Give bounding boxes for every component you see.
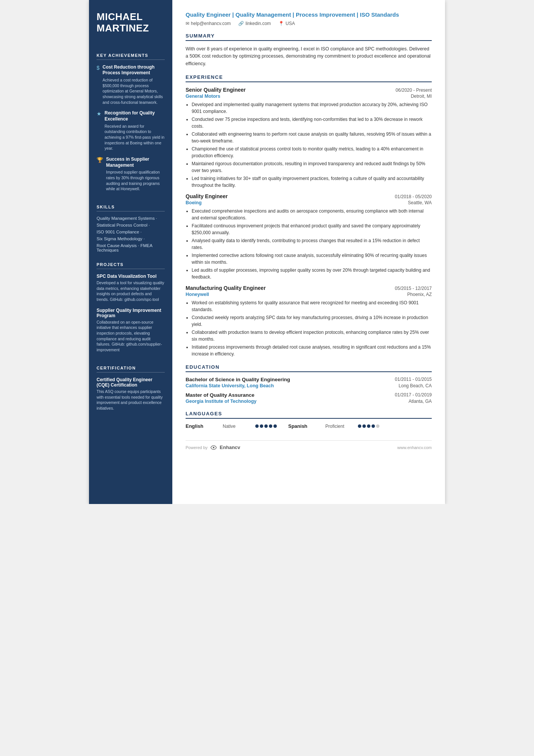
certification: Certified Quality Engineer (CQE) Certifi… bbox=[97, 377, 165, 411]
projects-section-title: PROJECTS bbox=[97, 262, 165, 269]
languages-group: English Native Spanish Proficient bbox=[186, 423, 432, 429]
exp-2-location: Seattle, WA bbox=[408, 200, 432, 205]
summary-text: With over 8 years of experience in quali… bbox=[186, 45, 432, 67]
skill-2: Statistical Process Control · bbox=[97, 223, 165, 227]
lang-spanish-dots bbox=[358, 424, 379, 428]
linkedin-icon: 🔗 bbox=[238, 21, 244, 26]
email-value: help@enhancv.com bbox=[191, 21, 231, 26]
experience-3: Manufacturing Quality Engineer 05/2015 -… bbox=[186, 285, 432, 357]
star-icon: ★ bbox=[97, 111, 101, 151]
experience-1: Senior Quality Engineer 06/2020 - Presen… bbox=[186, 87, 432, 189]
exp-1-bullet-3: Collaborated with engineering teams to p… bbox=[192, 131, 432, 144]
location-contact: 📍 USA bbox=[278, 21, 295, 26]
exp-3-date: 05/2015 - 12/2017 bbox=[395, 286, 432, 291]
exp-2-bullet-5: Led audits of supplier processes, improv… bbox=[192, 267, 432, 280]
exp-2-bullet-4: Implemented corrective actions following… bbox=[192, 252, 432, 266]
enhancv-logo-icon bbox=[210, 445, 217, 450]
exp-2-job-title: Quality Engineer bbox=[186, 193, 228, 199]
lang-spanish-name: Spanish bbox=[288, 423, 322, 429]
email-icon: ✉ bbox=[186, 21, 189, 26]
candidate-name: MICHAELMARTINEZ bbox=[97, 11, 165, 34]
exp-3-bullets: Worked on establishing systems for quali… bbox=[186, 299, 432, 357]
location-icon: 📍 bbox=[278, 21, 284, 26]
resume-container: MICHAELMARTINEZ KEY ACHIEVEMENTS $ Cost … bbox=[89, 0, 445, 504]
achievements-section-title: KEY ACHIEVEMENTS bbox=[97, 53, 165, 60]
exp-1-date: 06/2020 - Present bbox=[396, 88, 432, 93]
lang-spanish-level: Proficient bbox=[325, 424, 352, 429]
dot bbox=[376, 424, 379, 428]
skill-5: Root Cause Analysis · FMEA Techniques bbox=[97, 243, 165, 252]
achievement-3-desc: Improved supplier qualification rates by… bbox=[106, 169, 165, 192]
powered-by-label: Powered by bbox=[186, 445, 208, 450]
education-2: Master of Quality Assurance 01/2017 - 01… bbox=[186, 392, 432, 404]
exp-2-company-line: Boeing Seattle, WA bbox=[186, 200, 432, 205]
exp-3-company: Honeywell bbox=[186, 292, 209, 297]
experience-2: Quality Engineer 01/2018 - 05/2020 Boein… bbox=[186, 193, 432, 280]
exp-3-header: Manufacturing Quality Engineer 05/2015 -… bbox=[186, 285, 432, 291]
edu-2-degree: Master of Quality Assurance bbox=[186, 392, 255, 398]
project-2-desc: Collaborated on an open-source initiativ… bbox=[97, 319, 165, 353]
education-1: Bachelor of Science in Quality Engineeri… bbox=[186, 377, 432, 388]
sidebar: MICHAELMARTINEZ KEY ACHIEVEMENTS $ Cost … bbox=[89, 0, 172, 504]
dollar-icon: $ bbox=[97, 65, 100, 105]
svg-point-0 bbox=[213, 447, 214, 448]
contact-line: ✉ help@enhancv.com 🔗 linkedin.com 📍 USA bbox=[186, 21, 432, 26]
edu-1-date: 01/2011 - 01/2015 bbox=[395, 377, 432, 382]
achievement-1: $ Cost Reduction through Process Improve… bbox=[97, 64, 165, 105]
trophy-icon: 🏆 bbox=[97, 157, 103, 192]
achievement-1-desc: Achieved a cost reduction of $500,000 th… bbox=[103, 77, 165, 105]
email-contact: ✉ help@enhancv.com bbox=[186, 21, 231, 26]
dot bbox=[362, 424, 366, 428]
exp-1-bullet-1: Developed and implemented quality manage… bbox=[192, 101, 432, 115]
project-2: Supplier Quality Improvement Program Col… bbox=[97, 308, 165, 353]
main-content: Quality Engineer | Quality Management | … bbox=[172, 0, 445, 504]
dot bbox=[273, 424, 277, 428]
project-1-desc: Developed a tool for visualizing quality… bbox=[97, 280, 165, 302]
edu-1-location: Long Beach, CA bbox=[399, 383, 432, 388]
dot bbox=[372, 424, 375, 428]
exp-3-location: Phoenix, AZ bbox=[407, 292, 432, 297]
achievement-3: 🏆 Success in Supplier Management Improve… bbox=[97, 157, 165, 192]
achievement-1-title: Cost Reduction through Process Improveme… bbox=[103, 64, 165, 76]
exp-2-bullet-2: Facilitated continuous improvement proje… bbox=[192, 222, 432, 236]
edu-2-location: Atlanta, GA bbox=[409, 399, 432, 404]
edu-2-school-line: Georgia Institute of Technology Atlanta,… bbox=[186, 399, 432, 404]
dot bbox=[260, 424, 263, 428]
footer-website: www.enhancv.com bbox=[397, 445, 432, 450]
skill-4: Six Sigma Methodology · bbox=[97, 236, 165, 241]
edu-1-header: Bachelor of Science in Quality Engineeri… bbox=[186, 377, 432, 382]
lang-english-name: English bbox=[186, 423, 220, 429]
edu-1-school: California State University, Long Beach bbox=[186, 383, 274, 388]
exp-3-bullet-1: Worked on establishing systems for quali… bbox=[192, 299, 432, 313]
main-title: Quality Engineer | Quality Management | … bbox=[186, 11, 432, 18]
exp-1-bullets: Developed and implemented quality manage… bbox=[186, 101, 432, 189]
exp-1-job-title: Senior Quality Engineer bbox=[186, 87, 246, 93]
exp-2-date: 01/2018 - 05/2020 bbox=[395, 194, 432, 199]
achievement-3-title: Success in Supplier Management bbox=[106, 157, 165, 168]
lang-english-dots bbox=[255, 424, 277, 428]
cert-section-title: CERTIFICATION bbox=[97, 366, 165, 373]
footer-left: Powered by Enhancv bbox=[186, 445, 240, 450]
exp-1-header: Senior Quality Engineer 06/2020 - Presen… bbox=[186, 87, 432, 93]
exp-1-bullet-5: Maintained rigorous documentation protoc… bbox=[192, 160, 432, 174]
edu-2-header: Master of Quality Assurance 01/2017 - 01… bbox=[186, 392, 432, 398]
achievement-2: ★ Recognition for Quality Excellence Rec… bbox=[97, 110, 165, 151]
achievement-2-desc: Received an award for outstanding contri… bbox=[105, 124, 165, 151]
dot bbox=[358, 424, 361, 428]
project-2-title: Supplier Quality Improvement Program bbox=[97, 308, 165, 318]
exp-1-company: General Motors bbox=[186, 94, 220, 99]
exp-1-company-line: General Motors Detroit, MI bbox=[186, 94, 432, 99]
summary-section-title: SUMMARY bbox=[186, 33, 432, 41]
dot bbox=[269, 424, 272, 428]
exp-1-location: Detroit, MI bbox=[411, 94, 432, 99]
cert-title: Certified Quality Engineer (CQE) Certifi… bbox=[97, 377, 165, 388]
lang-english-level: Native bbox=[223, 424, 249, 429]
edu-1-school-line: California State University, Long Beach … bbox=[186, 383, 432, 388]
exp-3-bullet-4: Initiated process improvements through d… bbox=[192, 344, 432, 357]
education-section-title: EDUCATION bbox=[186, 364, 432, 372]
exp-2-bullet-1: Executed comprehensive inspections and a… bbox=[192, 208, 432, 221]
linkedin-contact: 🔗 linkedin.com bbox=[238, 21, 271, 26]
skill-3: ISO 9001 Compliance · bbox=[97, 230, 165, 234]
edu-1-degree: Bachelor of Science in Quality Engineeri… bbox=[186, 377, 290, 382]
location-value: USA bbox=[286, 21, 295, 26]
